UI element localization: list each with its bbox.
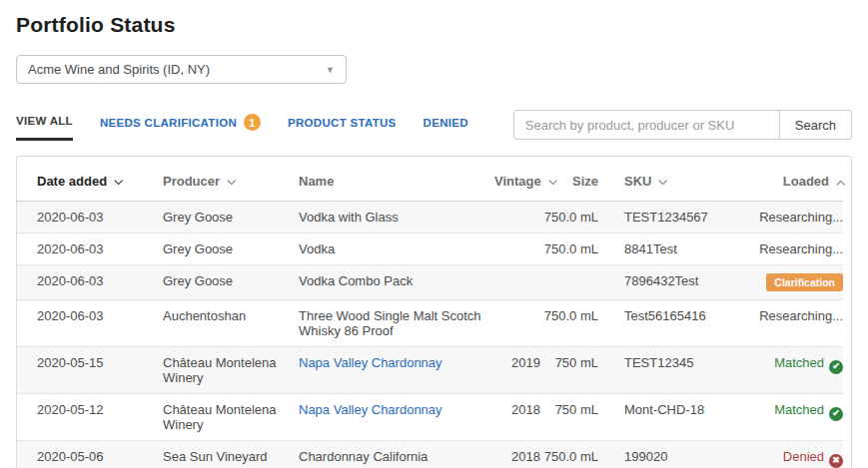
cell-size: 750 mL — [540, 394, 598, 441]
cell-name: Vodka Combo Pack — [299, 265, 494, 300]
cell-size: 750.0 mL — [540, 300, 598, 347]
cell-sku: 8841Test — [598, 234, 748, 265]
column-label: Producer — [163, 174, 220, 189]
cell-date: 2020-05-12 — [17, 394, 163, 441]
loaded-status-text: Researching... — [759, 241, 843, 256]
column-label: Size — [572, 174, 598, 189]
needs-clarification-count-badge: 1 — [244, 114, 261, 131]
cell-size — [540, 265, 598, 300]
loaded-status-text: Matched — [774, 402, 824, 417]
x-icon: ✖ — [829, 454, 843, 468]
cell-name: Napa Valley Chardonnay — [299, 347, 494, 394]
sku-value: TEST12345 — [624, 355, 693, 370]
cell-name: Chardonnay California — [299, 441, 494, 468]
loaded-status-text: Researching... — [759, 308, 843, 323]
sku-value: 7896432Test — [624, 273, 698, 288]
cell-loaded: Matched✔ — [748, 347, 843, 394]
sort-asc-icon — [836, 181, 844, 189]
column-label: SKU — [624, 174, 651, 189]
producer-value: Auchentoshan — [163, 308, 246, 323]
table-header-row: Date addedProducerNameVintageSizeSKULoad… — [17, 157, 843, 202]
cell-vintage — [494, 265, 540, 300]
date-added-value: 2020-06-03 — [37, 210, 104, 225]
cell-vintage — [494, 202, 540, 234]
check-icon: ✔ — [829, 360, 843, 374]
column-label: Name — [299, 174, 334, 189]
cell-vintage: 2018 — [494, 441, 540, 468]
sku-value: 8841Test — [624, 241, 677, 256]
table-row: 2020-06-03Grey GooseVodka Combo Pack7896… — [17, 265, 843, 300]
cell-vintage: 2019 — [494, 347, 540, 394]
column-label: Vintage — [494, 174, 541, 189]
product-name-value: Vodka with Glass — [299, 210, 399, 225]
producer-value: Château Montelena Winery — [163, 355, 276, 385]
product-name-link[interactable]: Napa Valley Chardonnay — [299, 402, 442, 417]
column-header-vintage[interactable]: Vintage — [494, 157, 540, 202]
cell-sku: TEST12345 — [598, 347, 748, 394]
table-row: 2020-06-03AuchentoshanThree Wood Single … — [17, 300, 843, 347]
tab-label: PRODUCT STATUS — [288, 117, 397, 129]
check-icon: ✔ — [829, 407, 843, 421]
producer-value: Grey Goose — [163, 210, 233, 225]
cell-date: 2020-06-03 — [17, 234, 163, 265]
portfolio-table-card: Date addedProducerNameVintageSizeSKULoad… — [16, 156, 852, 468]
product-name-link[interactable]: Napa Valley Chardonnay — [299, 355, 442, 370]
cell-producer: Auchentoshan — [163, 300, 299, 347]
size-value: 750.0 mL — [544, 241, 598, 256]
search-button[interactable]: Search — [779, 110, 852, 140]
product-name-value: Vodka Combo Pack — [299, 273, 413, 288]
loaded-status-text: Denied — [783, 449, 824, 464]
tab-product-status[interactable]: PRODUCT STATUS — [288, 114, 397, 141]
cell-producer: Grey Goose — [163, 202, 299, 234]
cell-producer: Château Montelena Winery — [163, 347, 299, 394]
cell-name: Vodka — [299, 234, 494, 265]
tab-denied[interactable]: DENIED — [424, 114, 468, 141]
cell-producer: Grey Goose — [163, 234, 299, 265]
size-value: 750 mL — [555, 402, 598, 417]
size-value: 750.0 mL — [544, 210, 598, 225]
chevron-down-icon: ▼ — [326, 65, 335, 75]
vintage-value: 2018 — [511, 402, 540, 417]
column-header-name: Name — [299, 157, 494, 202]
loaded-status-text: Researching... — [759, 210, 843, 225]
table-row: 2020-05-15Château Montelena WineryNapa V… — [17, 347, 843, 394]
product-name-value: Three Wood Single Malt Scotch Whisky 86 … — [299, 308, 481, 338]
date-added-value: 2020-05-12 — [37, 402, 104, 417]
date-added-value: 2020-06-03 — [37, 273, 104, 288]
sku-value: 199020 — [624, 449, 667, 464]
size-value: 750.0 mL — [544, 449, 598, 464]
tab-view-all[interactable]: VIEW ALL — [16, 114, 73, 141]
column-header-date[interactable]: Date added — [17, 157, 163, 202]
column-header-loaded[interactable]: Loaded — [748, 157, 843, 202]
cell-date: 2020-05-06 — [17, 441, 163, 468]
sku-value: Test56165416 — [624, 308, 706, 323]
cell-sku: 7896432Test — [598, 265, 748, 300]
tab-label: DENIED — [424, 117, 468, 129]
cell-size: 750.0 mL — [540, 202, 598, 234]
table-row: 2020-06-03Grey GooseVodka750.0 mL8841Tes… — [17, 234, 843, 265]
cell-date: 2020-06-03 — [17, 300, 163, 347]
tab-needs-clarification[interactable]: NEEDS CLARIFICATION1 — [100, 114, 261, 141]
table-row: 2020-06-03Grey GooseVodka with Glass750.… — [17, 202, 843, 234]
search-input[interactable] — [513, 110, 780, 140]
cell-size: 750.0 mL — [540, 234, 598, 265]
cell-producer: Sea Sun Vineyard — [163, 441, 299, 468]
date-added-value: 2020-05-06 — [37, 449, 104, 464]
vintage-value: 2019 — [511, 355, 540, 370]
cell-size: 750 mL — [540, 347, 598, 394]
product-name-value: Chardonnay California — [299, 449, 428, 464]
search-bar: Search — [513, 110, 852, 140]
cell-producer: Grey Goose — [163, 265, 299, 300]
loaded-status-text: Matched — [774, 355, 824, 370]
cell-loaded: Researching... — [748, 300, 843, 347]
cell-loaded: Researching... — [748, 234, 843, 265]
product-name-value: Vodka — [299, 241, 335, 256]
clarification-badge[interactable]: Clarification — [766, 273, 843, 291]
cell-vintage — [494, 234, 540, 265]
cell-sku: TEST1234567 — [598, 202, 748, 234]
tab-label: NEEDS CLARIFICATION — [100, 117, 237, 129]
column-header-producer[interactable]: Producer — [163, 157, 299, 202]
column-header-sku[interactable]: SKU — [598, 157, 748, 202]
toolbar: VIEW ALLNEEDS CLARIFICATION1PRODUCT STAT… — [16, 108, 852, 141]
portfolio-select[interactable]: Acme Wine and Spirits (ID, NY) ▼ — [16, 55, 347, 84]
